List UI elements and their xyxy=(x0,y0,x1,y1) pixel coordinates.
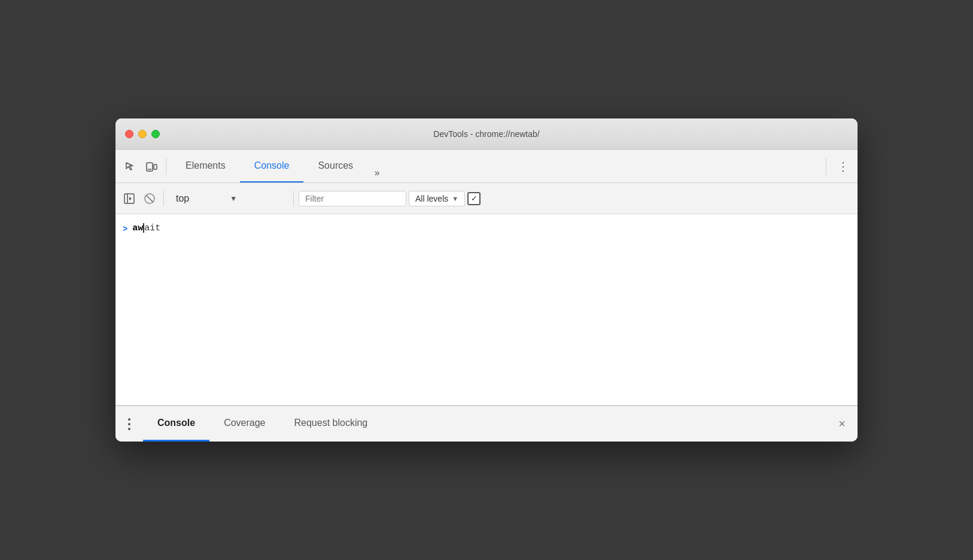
drawer-menu-button[interactable] xyxy=(120,415,138,433)
console-expand-arrow[interactable]: > xyxy=(123,223,127,235)
devtools-menu-button[interactable]: ⋮ xyxy=(834,157,853,176)
title-bar: DevTools - chrome://newtab/ xyxy=(115,118,858,150)
window-title: DevTools - chrome://newtab/ xyxy=(433,129,539,139)
drawer-dot-3 xyxy=(128,428,130,430)
inspect-element-button[interactable] xyxy=(120,157,139,176)
drawer-tab-coverage[interactable]: Coverage xyxy=(209,406,279,442)
more-tabs-button[interactable]: » xyxy=(367,163,387,182)
console-divider-1 xyxy=(163,191,164,206)
close-button[interactable] xyxy=(125,130,133,138)
drawer-tabs: Console Coverage Request blocking xyxy=(143,406,382,442)
svg-line-7 xyxy=(146,195,153,202)
traffic-lights xyxy=(125,130,160,138)
console-entry: > await xyxy=(115,219,858,238)
levels-selector[interactable]: All levels ▼ xyxy=(409,191,465,206)
console-input-bold: aw xyxy=(132,223,143,233)
drawer-tab-request-blocking[interactable]: Request blocking xyxy=(280,406,382,442)
filter-input[interactable] xyxy=(299,191,406,206)
drawer-dot-1 xyxy=(128,418,130,421)
context-arrow: ▼ xyxy=(230,194,237,203)
tab-sources[interactable]: Sources xyxy=(303,150,367,182)
log-checkbox[interactable]: ✓ xyxy=(467,192,481,205)
svg-marker-5 xyxy=(129,197,132,200)
devtools-toolbar: Elements Console Sources » ⋮ xyxy=(115,150,858,183)
context-selector-button[interactable]: top ▼ xyxy=(169,191,288,206)
devtools-window: DevTools - chrome://newtab/ Elements Con… xyxy=(115,118,858,442)
minimize-button[interactable] xyxy=(138,130,147,138)
toolbar-divider-2 xyxy=(826,158,826,175)
tab-console[interactable]: Console xyxy=(240,150,304,182)
console-divider-2 xyxy=(293,191,294,206)
console-sidebar-button[interactable] xyxy=(120,190,138,208)
svg-rect-0 xyxy=(147,163,153,171)
drawer-dot-2 xyxy=(128,423,130,425)
device-toggle-button[interactable] xyxy=(142,157,161,176)
console-toolbar: top ▼ All levels ▼ ✓ xyxy=(115,183,858,214)
console-input-normal: ait xyxy=(144,223,160,233)
tab-elements[interactable]: Elements xyxy=(171,150,240,182)
maximize-button[interactable] xyxy=(151,130,160,138)
clear-console-button[interactable] xyxy=(141,190,159,208)
svg-rect-1 xyxy=(154,165,157,169)
bottom-drawer: Console Coverage Request blocking × xyxy=(115,406,858,442)
toolbar-divider-1 xyxy=(166,158,166,175)
console-output: > await xyxy=(115,214,858,406)
close-drawer-button[interactable]: × xyxy=(831,415,853,433)
drawer-tab-console[interactable]: Console xyxy=(143,406,209,442)
main-tabs: Elements Console Sources » xyxy=(171,150,819,182)
